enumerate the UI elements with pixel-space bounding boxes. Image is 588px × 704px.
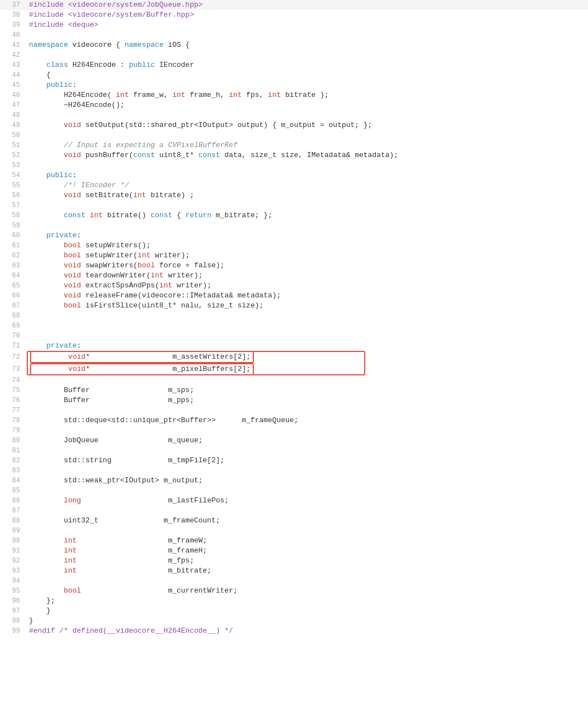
line-number: 95	[0, 586, 27, 596]
code-line: 78 std::deque<std::unique_ptr<Buffer>> m…	[0, 415, 588, 426]
token: /*! IEncoder */	[29, 181, 129, 189]
token: namespace	[29, 41, 68, 49]
token: * m_pixelBuffers[2];	[86, 365, 251, 373]
token: :	[77, 341, 81, 350]
token: teardownWriter(	[81, 271, 151, 280]
line-content: uint32_t m_frameCount;	[27, 516, 588, 526]
line-content: H264Encode( int frame_w, int frame_h, in…	[27, 90, 588, 100]
token: frame_w,	[129, 91, 172, 99]
line-number: 65	[0, 281, 27, 291]
token: bool	[63, 251, 81, 260]
line-content	[27, 201, 588, 211]
code-line: 93 int m_bitrate;	[0, 566, 588, 576]
code-line: 64 void teardownWriter(int writer);	[0, 271, 588, 281]
token: void	[63, 191, 81, 199]
code-line: 68	[0, 311, 588, 321]
token	[29, 291, 63, 300]
token: :	[72, 81, 77, 89]
token: std::deque<std::unique_ptr<Buffer>> m_fr…	[29, 416, 298, 424]
token	[29, 191, 63, 199]
line-number: 46	[0, 90, 27, 100]
token	[29, 586, 63, 595]
token: class	[46, 61, 68, 69]
token: :	[77, 231, 81, 239]
line-number: 86	[0, 496, 27, 506]
token: iOS {	[164, 41, 190, 49]
line-number: 80	[0, 436, 27, 446]
line-number: 63	[0, 261, 27, 271]
token: int	[90, 211, 102, 219]
token: uint32_t m_frameCount;	[29, 516, 220, 525]
token: namespace	[125, 41, 164, 49]
line-content: ~H264Encode();	[27, 100, 588, 110]
token: IEncoder	[155, 61, 194, 69]
code-line: 52 void pushBuffer(const uint8_t* const …	[0, 150, 588, 160]
line-content: void* m_pixelBuffers[2];	[27, 363, 588, 375]
code-line: 90 int m_frameW;	[0, 536, 588, 546]
line-content: public:	[27, 170, 588, 180]
token: bitrate()	[103, 211, 151, 219]
line-content: bool setupWriters();	[27, 241, 588, 251]
code-line: 67 bool isFirstSlice(uint8_t* nalu, size…	[0, 301, 588, 311]
token	[29, 151, 63, 159]
line-content	[27, 506, 588, 516]
token: int	[229, 91, 242, 99]
line-content: void setBitrate(int bitrate) ;	[27, 190, 588, 201]
code-line: 61 bool setupWriters();	[0, 241, 588, 251]
line-content: #include <videocore/system/Buffer.hpp>	[27, 10, 588, 20]
line-number: 50	[0, 130, 27, 140]
line-number: 62	[0, 251, 27, 261]
token	[29, 566, 63, 575]
token: m_frameW;	[77, 536, 207, 545]
code-line: 60 private:	[0, 231, 588, 241]
token: return	[185, 211, 212, 219]
code-line: 44 {	[0, 70, 588, 80]
token	[29, 281, 63, 290]
code-line: 97 }	[0, 606, 588, 616]
line-number: 72	[0, 352, 27, 362]
line-content: #include <deque>	[27, 20, 588, 30]
token	[29, 556, 63, 565]
code-line: 75 Buffer m_sps;	[0, 385, 588, 395]
highlight-box-wrapper: 72 void* m_assetWriters[2];73 void* m_pi…	[0, 351, 588, 375]
line-number: 42	[0, 50, 27, 60]
line-number: 92	[0, 556, 27, 566]
line-number: 83	[0, 466, 27, 476]
token: #endif /* defined(__videocore__H264Encod…	[29, 627, 233, 635]
token	[33, 353, 68, 361]
token: bool	[138, 261, 155, 270]
line-number: 55	[0, 180, 27, 190]
token: private	[46, 341, 77, 350]
line-content: namespace videocore { namespace iOS {	[27, 40, 588, 50]
token: writer);	[172, 281, 211, 290]
line-number: 40	[0, 30, 27, 40]
line-content: void releaseFrame(videocore::IMetadata& …	[27, 291, 588, 301]
line-content	[27, 375, 588, 385]
token: :	[72, 171, 77, 179]
token	[29, 496, 63, 505]
token: setBitrate(	[81, 191, 134, 199]
token: public	[46, 81, 72, 89]
token: const	[133, 151, 155, 159]
code-line: 69	[0, 321, 588, 331]
line-number: 56	[0, 190, 27, 201]
token: private	[46, 231, 77, 239]
code-line: 42	[0, 50, 588, 60]
line-number: 90	[0, 536, 27, 546]
line-number: 93	[0, 566, 27, 576]
token: int	[150, 271, 163, 280]
line-content	[27, 221, 588, 231]
line-number: 57	[0, 201, 27, 211]
line-number: 84	[0, 476, 27, 486]
token: void	[63, 271, 81, 280]
code-line: 63 void swapWriters(bool force = false);	[0, 261, 588, 271]
line-content: void swapWriters(bool force = false);	[27, 261, 588, 271]
line-number: 64	[0, 271, 27, 281]
line-number: 59	[0, 221, 27, 231]
code-editor: 37#include <videocore/system/JobQueue.hp…	[0, 0, 588, 636]
line-number: 77	[0, 405, 27, 415]
line-number: 75	[0, 385, 27, 395]
code-line: 65 void extractSpsAndPps(int writer);	[0, 281, 588, 291]
token: isFirstSlice(uint8_t* nalu, size_t size)…	[81, 301, 264, 310]
code-line: 70	[0, 331, 588, 341]
